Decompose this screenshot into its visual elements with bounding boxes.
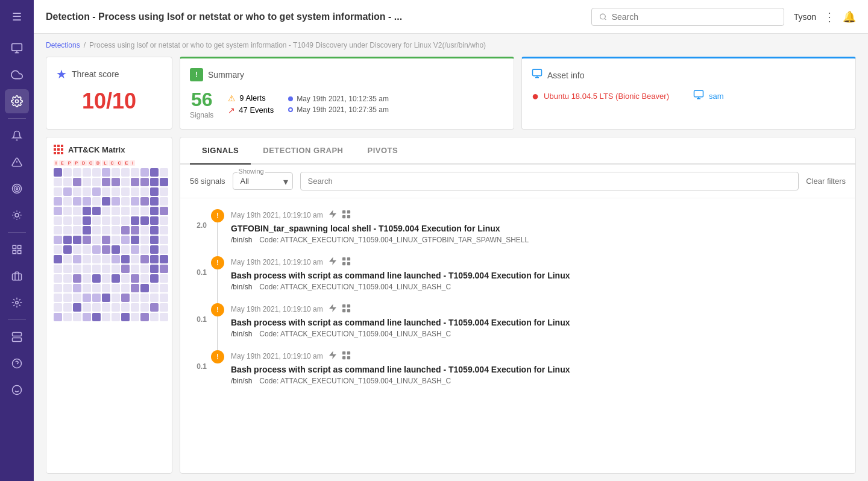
signal-score: 2.0 <box>190 209 212 230</box>
date-end-text: May 19th 2021, 10:27:35 am <box>297 105 389 114</box>
notification-bell-icon[interactable]: 🔔 <box>843 10 856 24</box>
signal-item[interactable]: 0.1 ! May 19th 2021, 10:19:10 am Bash pr… <box>180 297 855 344</box>
more-options-icon[interactable]: ⋮ <box>823 10 835 24</box>
attack-cell <box>150 226 159 234</box>
ubuntu-icon: ● <box>532 89 539 103</box>
bar-chart-icon[interactable] <box>5 237 29 262</box>
attack-cell <box>54 226 62 234</box>
help-nav-icon[interactable] <box>5 351 29 376</box>
attack-cell <box>102 284 110 292</box>
signal-code: Code: ATTACK_EXECUTION_T1059.004_LINUX_B… <box>259 377 451 385</box>
svg-rect-54 <box>347 304 350 307</box>
svg-rect-11 <box>18 245 21 248</box>
svg-rect-33 <box>54 145 56 147</box>
showing-select[interactable]: All <box>233 172 293 190</box>
summary-dates: May 19th 2021, 10:12:35 am May 19th 2021… <box>288 95 389 114</box>
thunder-icon <box>328 256 338 268</box>
date-end: May 19th 2021, 10:27:35 am <box>288 105 389 114</box>
signal-code: Code: ATTACK_EXECUTION_T1059.004_LINUX_G… <box>259 236 529 244</box>
clear-filters-button[interactable]: Clear filters <box>806 177 846 186</box>
signal-item[interactable]: 0.1 ! May 19th 2021, 10:19:10 am Bash pr… <box>180 344 855 391</box>
attack-cell <box>150 216 159 225</box>
attack-cell <box>131 265 139 273</box>
monitor-icon[interactable] <box>5 36 29 60</box>
tab-detection-graph[interactable]: DETECTION GRAPH <box>251 137 355 165</box>
attack-cell <box>160 168 168 177</box>
attack-cell <box>121 236 130 244</box>
building-nav-icon[interactable] <box>5 264 29 288</box>
alerts-count: ⚠ 9 Alerts <box>228 93 274 103</box>
attack-cell <box>160 274 168 283</box>
threat-score-label: Threat score <box>72 69 119 79</box>
svg-point-3 <box>16 100 19 103</box>
svg-rect-51 <box>347 262 350 265</box>
attack-cell <box>160 294 168 302</box>
attack-cell <box>73 274 81 283</box>
signals-search-input[interactable] <box>300 172 799 190</box>
attack-cell <box>92 284 101 292</box>
attack-cell <box>92 236 101 244</box>
tab-signals[interactable]: SIGNALS <box>190 137 251 165</box>
attack-cell <box>112 303 120 312</box>
breadcrumb-root[interactable]: Detections <box>46 41 80 49</box>
attack-cell <box>140 265 149 273</box>
signal-path: /bin/sh <box>231 330 252 338</box>
bell-nav-icon[interactable] <box>5 124 29 148</box>
signal-content: May 19th 2021, 10:19:10 am Bash process … <box>224 256 846 291</box>
server-nav-icon[interactable] <box>5 325 29 349</box>
attack-cell <box>102 187 110 196</box>
attack-cell <box>102 226 110 234</box>
label-C2: C <box>108 160 115 166</box>
topbar-search[interactable] <box>591 8 784 26</box>
attack-cell <box>54 303 62 312</box>
svg-line-26 <box>605 18 606 19</box>
attack-cell <box>160 178 168 186</box>
attack-cell <box>140 236 149 244</box>
thunder-icon <box>328 303 338 315</box>
signal-score: 0.1 <box>190 256 212 277</box>
attack-cell <box>63 245 72 254</box>
attack-cell <box>150 207 159 215</box>
signal-item[interactable]: 2.0 ! May 19th 2021, 10:19:10 am GTFOBIN… <box>180 203 855 250</box>
attack-cell <box>102 245 110 254</box>
signal-code: Code: ATTACK_EXECUTION_T1059.004_LINUX_B… <box>259 330 451 338</box>
attack-cell <box>121 294 130 302</box>
warning-icon[interactable] <box>5 150 29 174</box>
cloud-icon[interactable] <box>5 63 29 87</box>
topbar-search-input[interactable] <box>612 12 776 22</box>
settings-flower-icon[interactable] <box>5 89 29 113</box>
topbar-user: Tyson <box>794 12 816 22</box>
attack-cell <box>150 255 159 263</box>
asset-info-card: Asset info ● Ubuntu 18.04.5 LTS (Bionic … <box>521 57 856 130</box>
attack-cell <box>112 226 120 234</box>
svg-rect-45 <box>342 215 345 218</box>
topbar-search-icon <box>599 13 607 21</box>
tabs: SIGNALS DETECTION GRAPH PIVOTS <box>180 137 855 165</box>
bottom-row: ATT&CK Matrix I E P P D C D L C C E I <box>46 137 856 474</box>
monitor-asset-icon <box>532 68 542 82</box>
dot-filled-icon <box>288 96 293 101</box>
gear-nav-icon[interactable] <box>5 291 29 315</box>
cloud-sun-icon[interactable] <box>5 203 29 227</box>
tab-pivots[interactable]: PIVOTS <box>355 137 410 165</box>
asset-computer-name: sam <box>709 92 724 101</box>
attack-cell <box>121 168 130 177</box>
svg-rect-60 <box>342 356 345 359</box>
label-C3: C <box>116 160 123 166</box>
svg-rect-46 <box>347 215 350 218</box>
attack-cell <box>63 197 72 206</box>
asset-info-label: Asset info <box>547 71 584 80</box>
signal-path: /bin/sh <box>231 283 252 291</box>
menu-icon[interactable]: ☰ <box>5 5 29 29</box>
attack-cell <box>121 178 130 186</box>
svg-rect-35 <box>61 145 63 147</box>
signal-item[interactable]: 0.1 ! May 19th 2021, 10:19:10 am Bash pr… <box>180 250 855 297</box>
attack-cell <box>131 284 139 292</box>
svg-rect-49 <box>347 257 350 260</box>
face-nav-icon[interactable] <box>5 378 29 402</box>
svg-rect-17 <box>13 338 22 342</box>
attack-cell <box>92 207 101 215</box>
circle-target-icon[interactable] <box>5 177 29 201</box>
attack-cell <box>73 207 81 215</box>
main-content: Detection - Process using lsof or netsta… <box>34 0 868 481</box>
